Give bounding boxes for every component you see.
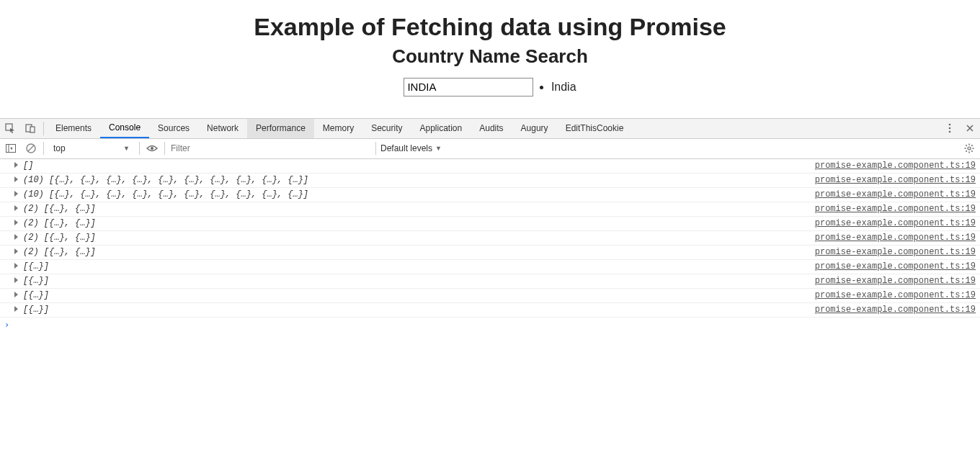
gear-icon[interactable]	[961, 141, 977, 156]
divider	[43, 142, 44, 155]
divider	[164, 142, 165, 155]
console-source-link[interactable]: promise-example.component.ts:19	[815, 204, 976, 214]
console-log-message: (10) [{…}, {…}, {…}, {…}, {…}, {…}, {…},…	[23, 189, 308, 199]
device-toolbar-icon[interactable]	[20, 119, 40, 138]
expand-triangle-icon[interactable]	[14, 292, 18, 297]
console-log-row[interactable]: [{…}]promise-example.component.ts:19	[0, 274, 980, 289]
svg-point-5	[949, 131, 951, 133]
search-result-item: India	[551, 81, 576, 94]
expand-triangle-icon[interactable]	[14, 248, 18, 254]
console-output: []promise-example.component.ts:19(10) [{…	[0, 159, 980, 318]
console-log-row[interactable]: (2) [{…}, {…}]promise-example.component.…	[0, 231, 980, 246]
console-log-row[interactable]: (2) [{…}, {…}]promise-example.component.…	[0, 202, 980, 217]
tab-performance[interactable]: Performance	[247, 119, 314, 138]
console-log-row[interactable]: [{…}]promise-example.component.ts:19	[0, 289, 980, 303]
divider	[43, 122, 44, 135]
tab-network[interactable]: Network	[198, 119, 247, 138]
console-log-row[interactable]: (10) [{…}, {…}, {…}, {…}, {…}, {…}, {…},…	[0, 174, 980, 188]
console-log-message: (10) [{…}, {…}, {…}, {…}, {…}, {…}, {…},…	[23, 175, 308, 185]
tab-editthiscookie[interactable]: EditThisCookie	[557, 119, 633, 138]
divider	[139, 142, 140, 155]
tab-augury[interactable]: Augury	[512, 119, 557, 138]
svg-line-16	[966, 145, 966, 145]
close-icon[interactable]	[960, 124, 980, 133]
tab-elements[interactable]: Elements	[47, 119, 100, 138]
console-source-link[interactable]: promise-example.component.ts:19	[815, 261, 976, 271]
console-toolbar: top ▼ Default levels ▼	[0, 139, 980, 159]
svg-point-3	[949, 124, 951, 126]
divider	[375, 142, 376, 155]
svg-rect-2	[30, 127, 35, 133]
console-log-row[interactable]: []promise-example.component.ts:19	[0, 159, 980, 174]
console-log-message: [{…}]	[23, 305, 49, 315]
kebab-menu-icon[interactable]	[940, 123, 960, 133]
tab-memory[interactable]: Memory	[314, 119, 362, 138]
expand-triangle-icon[interactable]	[14, 306, 18, 312]
console-log-message: [{…}]	[23, 276, 49, 286]
devtools-tab-bar: Elements Console Sources Network Perform…	[0, 119, 980, 139]
console-log-message: []	[23, 161, 33, 171]
devtools-panel: Elements Console Sources Network Perform…	[0, 118, 980, 332]
console-source-link[interactable]: promise-example.component.ts:19	[815, 175, 976, 185]
svg-line-9	[28, 145, 34, 151]
expand-triangle-icon[interactable]	[14, 220, 18, 225]
console-source-link[interactable]: promise-example.component.ts:19	[815, 276, 976, 286]
console-source-link[interactable]: promise-example.component.ts:19	[815, 218, 976, 228]
tab-security[interactable]: Security	[362, 119, 411, 138]
console-source-link[interactable]: promise-example.component.ts:19	[815, 189, 976, 199]
console-log-message: (2) [{…}, {…}]	[23, 218, 96, 228]
expand-triangle-icon[interactable]	[14, 162, 18, 168]
console-log-message: [{…}]	[23, 261, 49, 271]
svg-line-17	[971, 151, 972, 151]
console-source-link[interactable]: promise-example.component.ts:19	[815, 233, 976, 243]
console-prompt[interactable]: ›	[0, 318, 980, 332]
tab-application[interactable]: Application	[411, 119, 471, 138]
svg-line-19	[966, 151, 966, 151]
page-subtitle: Country Name Search	[0, 45, 980, 68]
log-levels-label: Default levels	[380, 143, 432, 153]
console-source-link[interactable]: promise-example.component.ts:19	[815, 247, 976, 257]
console-log-message: (2) [{…}, {…}]	[23, 204, 96, 214]
console-source-link[interactable]: promise-example.component.ts:19	[815, 305, 976, 315]
prompt-chevron-icon: ›	[4, 320, 9, 330]
inspect-element-icon[interactable]	[0, 119, 20, 138]
console-log-message: (2) [{…}, {…}]	[23, 233, 96, 243]
chevron-down-icon: ▼	[123, 145, 130, 152]
context-selector-value: top	[53, 143, 66, 153]
page-title: Example of Fetching data using Promise	[0, 13, 980, 41]
eye-icon[interactable]	[144, 141, 160, 156]
clear-console-icon[interactable]	[23, 141, 39, 156]
console-log-row[interactable]: [{…}]promise-example.component.ts:19	[0, 260, 980, 274]
expand-triangle-icon[interactable]	[14, 263, 18, 269]
tab-audits[interactable]: Audits	[471, 119, 512, 138]
expand-triangle-icon[interactable]	[14, 234, 18, 240]
search-results-list: India	[537, 81, 576, 94]
console-log-message: [{…}]	[23, 290, 49, 300]
console-log-row[interactable]: (10) [{…}, {…}, {…}, {…}, {…}, {…}, {…},…	[0, 188, 980, 202]
svg-point-11	[968, 147, 971, 150]
console-log-message: (2) [{…}, {…}]	[23, 247, 96, 257]
tab-console[interactable]: Console	[100, 119, 149, 138]
svg-point-10	[151, 147, 153, 150]
console-log-row[interactable]: (2) [{…}, {…}]promise-example.component.…	[0, 217, 980, 231]
country-search-input[interactable]	[404, 78, 533, 96]
expand-triangle-icon[interactable]	[14, 277, 18, 283]
chevron-down-icon: ▼	[435, 145, 442, 152]
expand-triangle-icon[interactable]	[14, 205, 18, 211]
log-levels-selector[interactable]: Default levels ▼	[380, 143, 442, 153]
console-source-link[interactable]: promise-example.component.ts:19	[815, 161, 976, 171]
console-log-row[interactable]: [{…}]promise-example.component.ts:19	[0, 303, 980, 318]
console-source-link[interactable]: promise-example.component.ts:19	[815, 290, 976, 300]
svg-line-18	[971, 145, 972, 145]
context-selector[interactable]: top ▼	[48, 141, 135, 156]
expand-triangle-icon[interactable]	[14, 191, 18, 197]
expand-triangle-icon[interactable]	[14, 176, 18, 182]
svg-point-4	[949, 127, 951, 130]
tab-sources[interactable]: Sources	[149, 119, 198, 138]
toggle-sidebar-icon[interactable]	[3, 141, 19, 156]
console-log-row[interactable]: (2) [{…}, {…}]promise-example.component.…	[0, 246, 980, 260]
console-filter-input[interactable]	[169, 141, 371, 156]
